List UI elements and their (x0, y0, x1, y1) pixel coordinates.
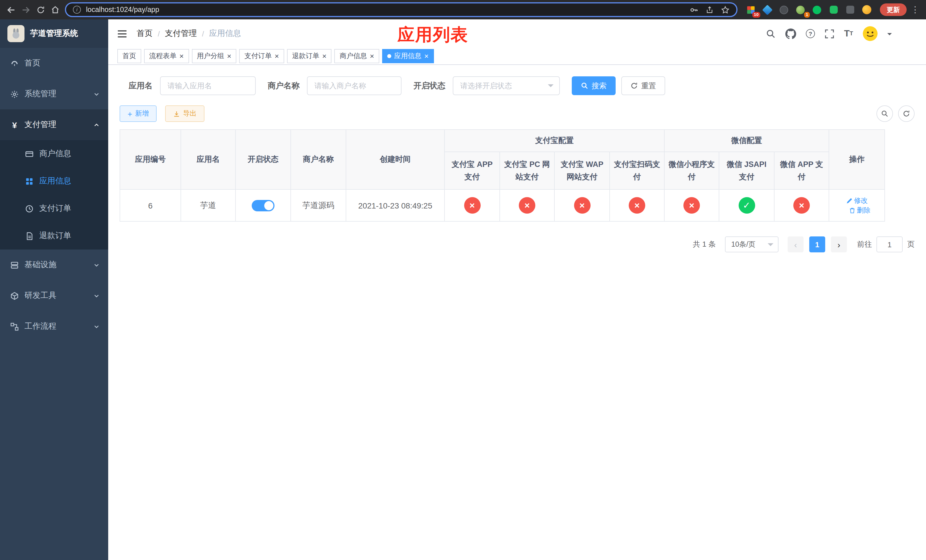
font-size-icon[interactable]: TT (844, 29, 853, 38)
extension-dark-icon[interactable] (779, 4, 789, 15)
tab-pay-order[interactable]: 支付订单× (239, 49, 284, 63)
sidebar-item-app-info[interactable]: 应用信息 (0, 168, 108, 195)
disabled-status-icon: × (519, 197, 535, 213)
avatar-caret-icon[interactable] (887, 33, 892, 38)
sidebar-item-devtools[interactable]: 研发工具 (0, 280, 108, 311)
cell-alipay-app: × (445, 189, 500, 221)
goto-page-input[interactable] (876, 236, 903, 252)
toggle-search-button[interactable] (876, 105, 893, 122)
page-size-select[interactable]: 10条/页 (725, 236, 779, 252)
hamburger-icon[interactable] (117, 28, 127, 39)
current-page-button[interactable]: 1 (809, 236, 825, 252)
sidebar-item-label: 退款订单 (39, 231, 71, 241)
forward-icon[interactable] (18, 2, 33, 17)
sidebar-item-payment[interactable]: ¥ 支付管理 (0, 109, 108, 140)
column-header-alipay-pc: 支付宝 PC 网站支付 (500, 152, 554, 189)
tab-close-icon[interactable]: × (274, 52, 279, 60)
extension-gem-icon[interactable] (762, 4, 773, 15)
sidebar-item-refund-order[interactable]: 退款订单 (0, 222, 108, 250)
status-select[interactable]: 请选择开启状态 (453, 76, 560, 95)
extension-notes-icon[interactable] (828, 4, 839, 15)
refresh-button[interactable] (898, 105, 915, 122)
sidebar-item-pay-order[interactable]: 支付订单 (0, 195, 108, 222)
bank-card-icon (25, 150, 33, 158)
delete-link-label: 删除 (857, 205, 870, 215)
tab-user-group[interactable]: 用户分组× (192, 49, 236, 63)
extension-wechat-icon[interactable] (811, 4, 822, 15)
next-page-button[interactable]: › (831, 236, 847, 252)
help-icon[interactable]: ? (806, 29, 815, 38)
tab-close-icon[interactable]: × (322, 52, 327, 60)
cell-alipay-pc: × (500, 189, 554, 221)
cell-created: 2021-10-23 08:49:25 (346, 189, 445, 221)
download-icon (173, 110, 180, 117)
browser-menu-icon[interactable]: ⋮ (910, 5, 920, 15)
tab-refund-order[interactable]: 退款订单× (287, 49, 332, 63)
extension-badge: 10 (752, 12, 760, 17)
tab-home[interactable]: 首页 (117, 49, 141, 63)
tab-close-icon[interactable]: × (227, 52, 231, 60)
address-bar[interactable]: i localhost:1024/pay/app (65, 2, 737, 17)
status-select-placeholder: 请选择开启状态 (460, 80, 512, 91)
github-icon[interactable] (785, 28, 796, 39)
filter-form: 应用名 商户名称 开启状态 请选择开启状态 搜索 (129, 76, 915, 95)
back-icon[interactable] (3, 2, 18, 17)
cell-merchant: 芋道源码 (291, 189, 346, 221)
search-icon[interactable] (766, 29, 776, 38)
home-icon[interactable] (48, 2, 63, 17)
delete-link[interactable]: 删除 (849, 205, 870, 215)
tab-process-form[interactable]: 流程表单× (144, 49, 189, 63)
cell-wechat-jsapi: ✓ (719, 189, 774, 221)
cell-app-id: 6 (120, 189, 181, 221)
sidebar-item-home[interactable]: 首页 (0, 48, 108, 79)
bookmark-star-icon[interactable] (721, 5, 729, 14)
browser-update-button[interactable]: 更新 (880, 3, 906, 16)
tab-merchant-info[interactable]: 商户信息× (334, 49, 379, 63)
status-toggle[interactable] (252, 200, 274, 211)
search-button[interactable]: 搜索 (572, 76, 616, 95)
add-button-label: 新增 (135, 109, 149, 118)
profile-avatar[interactable] (861, 4, 872, 15)
table-toolbar: + 新增 导出 (120, 105, 915, 122)
breadcrumb: 首页 / 支付管理 / 应用信息 (137, 29, 241, 39)
tab-close-icon[interactable]: × (424, 52, 428, 60)
enabled-status-icon: ✓ (738, 197, 755, 213)
app-name-input[interactable] (160, 76, 256, 95)
breadcrumb-payment[interactable]: 支付管理 (165, 29, 197, 39)
sidebar-item-workflow[interactable]: 工作流程 (0, 311, 108, 342)
cell-app-name: 芋道 (181, 189, 236, 221)
tab-close-icon[interactable]: × (370, 52, 374, 60)
extension-pin-icon[interactable] (844, 4, 855, 15)
extension-puzzle-icon[interactable]: 10 (746, 4, 756, 15)
export-button[interactable]: 导出 (165, 105, 204, 122)
chevron-down-icon (94, 323, 100, 330)
chevron-down-icon (94, 91, 100, 97)
password-key-icon[interactable] (690, 5, 698, 14)
tags-view-bar: 首页 流程表单× 用户分组× 支付订单× 退款订单× 商户信息× 应用信息× (108, 48, 926, 65)
edit-link[interactable]: 修改 (846, 196, 868, 205)
breadcrumb-home[interactable]: 首页 (137, 29, 153, 39)
reload-icon[interactable] (33, 2, 48, 17)
add-button[interactable]: + 新增 (120, 105, 157, 122)
sidebar-item-system[interactable]: 系统管理 (0, 79, 108, 109)
extension-badge: 1 (804, 12, 810, 17)
sidebar: 芋道管理系统 首页 系统管理 ¥ 支付管理 商户信息 应用信息 支付订单 (0, 20, 108, 560)
share-icon[interactable] (706, 6, 714, 14)
tab-close-icon[interactable]: × (179, 52, 184, 60)
reset-button[interactable]: 重置 (621, 76, 665, 95)
tab-label: 流程表单 (149, 51, 177, 61)
extension-toolbox-icon[interactable]: 1 (795, 4, 806, 15)
fullscreen-icon[interactable] (825, 29, 834, 38)
pagination-total: 共 1 条 (693, 239, 716, 250)
column-header-actions: 操作 (829, 130, 885, 189)
tab-label: 商户信息 (340, 51, 367, 61)
sidebar-item-infra[interactable]: 基础设施 (0, 250, 108, 280)
sidebar-item-merchant-info[interactable]: 商户信息 (0, 140, 108, 168)
clock-icon (25, 204, 33, 213)
url-text[interactable]: localhost:1024/pay/app (86, 6, 682, 14)
site-info-icon[interactable]: i (73, 6, 81, 14)
user-avatar[interactable] (863, 26, 878, 41)
tab-app-info[interactable]: 应用信息× (382, 49, 434, 63)
prev-page-button[interactable]: ‹ (788, 236, 803, 252)
merchant-name-input[interactable] (307, 76, 401, 95)
